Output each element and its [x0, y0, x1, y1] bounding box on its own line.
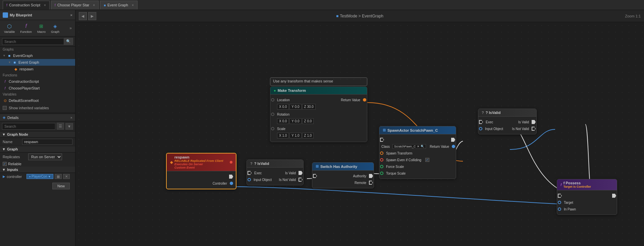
node-switch-authority[interactable]: ⊞ Switch Has Authority Authority: [312, 162, 374, 188]
node-isvalid-1[interactable]: ? ? IsValid Exec Is Valid: [247, 160, 304, 185]
spawn-exec-in: [380, 138, 384, 142]
details-search-input[interactable]: [2, 123, 55, 130]
rot-y[interactable]: Y 0.0: [289, 118, 301, 124]
node-possess[interactable]: f f Possess Target is Controller: [557, 179, 617, 215]
class-label: Class: [380, 145, 391, 148]
rot-z[interactable]: Z 0.0: [302, 118, 314, 124]
tree-item-constructionscript[interactable]: f ConstructionScript: [0, 78, 75, 85]
possess-target-pin: [558, 201, 561, 204]
spawn-class-value[interactable]: ScratchPawn_C ✕ 🔍: [392, 144, 426, 149]
tab-event-graph[interactable]: ■ Event Graph ×: [100, 1, 138, 9]
spawn-collide-checkbox[interactable]: ✓: [425, 158, 429, 162]
tab-close-choose[interactable]: ×: [93, 3, 95, 7]
node-spawn-actor[interactable]: ⊞ SpawnActor ScratchPawn_C Cla: [379, 126, 456, 179]
toolbar-expand-btn[interactable]: »: [68, 24, 73, 32]
spawn-exec-row: [379, 136, 456, 143]
forward-btn[interactable]: ►: [88, 12, 96, 20]
spawn-forcescale-pin: [380, 165, 383, 168]
reliable-row: ✓ Reliable: [0, 161, 75, 167]
graph-section-label: Graph: [7, 147, 18, 151]
tree-item-defaultsceneroot[interactable]: ⊙ DefaultSceneRoot: [0, 97, 75, 104]
rot-x[interactable]: X 0.0: [277, 118, 289, 124]
class-search-btn[interactable]: 🔍: [421, 145, 424, 148]
node-isvalid-2[interactable]: ? ? IsValid Exec Is Valid: [478, 109, 537, 134]
possess-pawn-left: In Pawn: [557, 207, 617, 211]
toolbar-wrapper: ◄ ► ■ TestMode > EventGraph Zoom 1:1: [79, 12, 641, 20]
reliable-checkbox[interactable]: ✓: [3, 162, 7, 166]
isvalid2-notvalid-pin: [532, 127, 536, 131]
graph-node-arrow: ▼: [2, 132, 6, 136]
respawn-subtitle1: RELIABLE Replicated From Client: [174, 159, 223, 163]
isvalid2-title: ? IsValid: [486, 111, 501, 115]
details-list-view-btn[interactable]: ☰: [57, 123, 64, 130]
pin-rotation-dot: [271, 113, 274, 116]
node-make-transform[interactable]: ● Make Transform Location Return Value: [270, 86, 367, 142]
switch-remote-right: Remote: [312, 181, 374, 185]
spawn-actor-header: ⊞ SpawnActor ScratchPawn_C: [379, 126, 456, 134]
graph-canvas: ◄ ► ■ TestMode > EventGraph Zoom 1:1: [75, 10, 644, 246]
graph-node-header[interactable]: ▼ Graph Node: [0, 131, 75, 138]
isvalid1-isvalid-pin: [299, 171, 303, 175]
loc-y[interactable]: Y 0.0: [289, 104, 301, 110]
details-options-btn[interactable]: ▼: [65, 123, 73, 130]
details-close-btn[interactable]: ×: [70, 116, 72, 120]
variables-section-label: Variables: [0, 91, 75, 97]
inherited-checkbox[interactable]: [3, 106, 7, 110]
tree-item-respawn[interactable]: ◆ respawn: [0, 66, 75, 72]
input-delete-btn[interactable]: ✕: [63, 174, 70, 179]
tree-item-chooseplayerstart[interactable]: f ChoosePlayerStart: [0, 85, 75, 91]
toolbar-graph-btn[interactable]: ◈ Graph: [49, 21, 61, 35]
eventgraph-icon: ■: [104, 3, 106, 7]
possess-header: f f Possess Target is Controller: [557, 179, 617, 190]
graph-area[interactable]: Use any transform that makes sense ● Mak…: [75, 22, 644, 246]
scale-y[interactable]: Y 1.0: [289, 133, 301, 138]
loc-x[interactable]: X 0.0: [277, 104, 289, 110]
tab-close-event[interactable]: ×: [132, 3, 134, 7]
functions-section-label: Functions: [0, 72, 75, 78]
replicates-select[interactable]: Run on Server: [28, 153, 62, 160]
eventgraph-tree-icon: ■: [7, 53, 12, 58]
blueprint-close[interactable]: ×: [70, 13, 72, 17]
isvalid2-input-row: Input Object Is Not Valid: [478, 125, 536, 132]
back-btn[interactable]: ◄: [79, 12, 87, 20]
toolbar-macro-btn[interactable]: ⊞ Macro: [35, 21, 48, 35]
scale-x[interactable]: X 1.0: [277, 133, 289, 138]
tree-item-event-graph[interactable]: ▼ ■ Event Graph: [0, 59, 75, 66]
switch-exec-pin: [313, 174, 317, 178]
loc-z[interactable]: Z 30.0: [302, 104, 316, 110]
switch-authority-title: Switch Has Authority: [320, 165, 357, 169]
class-clear-btn[interactable]: ✕: [417, 145, 420, 148]
input-type-badge[interactable]: ● PlayerCon ▼: [26, 174, 53, 179]
new-input-btn[interactable]: New: [52, 183, 70, 189]
return-value-label: Return Value: [339, 98, 362, 102]
inputs-section-header[interactable]: ▼ Inputs: [0, 167, 75, 173]
name-value-input[interactable]: [22, 139, 72, 145]
pin-scale-dot: [271, 127, 274, 130]
possess-exec-right: [587, 194, 617, 198]
tab-close-construction[interactable]: ×: [44, 3, 46, 7]
isvalid1-body: Exec Is Valid Input Object I: [247, 168, 303, 185]
isvalid1-input-pin: [248, 178, 251, 181]
type-label: PlayerCon: [32, 175, 47, 178]
make-transform-icon: ●: [274, 88, 276, 93]
graph-section-header[interactable]: ▼ Graph: [0, 146, 75, 152]
node-respawn[interactable]: ◆ respawn RELIABLE Replicated From Clien…: [166, 153, 236, 189]
inputs-label: Inputs: [7, 168, 18, 172]
spawn-collide-label: Spawn Even if Colliding: [385, 158, 423, 162]
toolbar-variable-btn[interactable]: ⬡ Variable: [2, 21, 17, 35]
details-panel: ◈ Details × ☰ ▼ ▼ Graph Node Name: [0, 114, 75, 246]
search-input[interactable]: [2, 38, 64, 45]
tab-construction-script[interactable]: f Construction Script ×: [3, 1, 50, 9]
search-btn[interactable]: 🔍: [64, 38, 73, 45]
tree-item-eventgraph[interactable]: ▼ ■ EventGraph: [0, 52, 75, 59]
tab-choose-player[interactable]: f Choose Player Star ×: [51, 1, 99, 9]
scale-z[interactable]: Z 1.0: [302, 133, 314, 138]
name-prop-row: Name: [0, 138, 75, 146]
input-array-btn[interactable]: ▦: [55, 174, 62, 179]
toolbar-function-btn[interactable]: f Function: [18, 21, 34, 35]
respawn-tree-label: respawn: [19, 67, 34, 71]
isvalid2-input-label: Input Object: [484, 127, 504, 131]
switch-authority-label: Authority: [352, 174, 368, 178]
pin-location-dot: [271, 98, 274, 102]
blueprint-title: My Blueprint: [10, 13, 32, 17]
